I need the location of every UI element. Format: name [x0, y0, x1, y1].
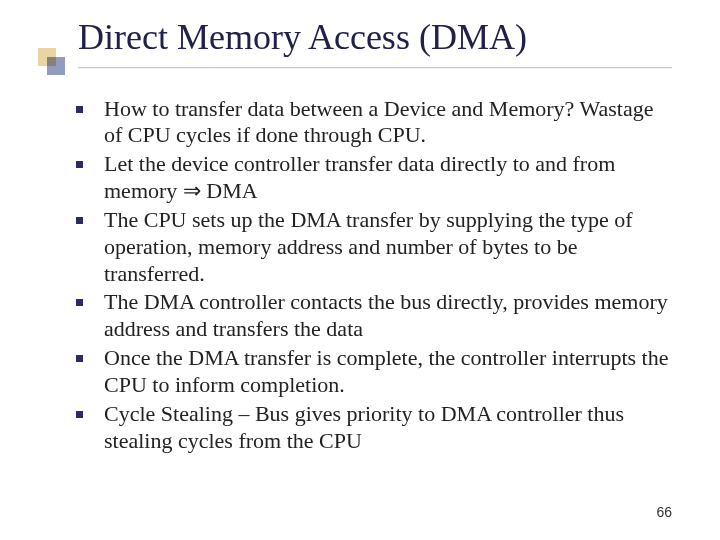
title-underline	[78, 66, 672, 68]
bullet-text: Cycle Stealing – Bus gives priority to D…	[104, 401, 624, 453]
title-decoration	[38, 48, 68, 78]
slide-title: Direct Memory Access (DMA)	[78, 18, 672, 58]
list-item: Let the device controller transfer data …	[70, 151, 672, 205]
bullet-text: How to transfer data between a Device an…	[104, 96, 653, 148]
slide: Direct Memory Access (DMA) How to transf…	[0, 0, 720, 540]
list-item: The DMA controller contacts the bus dire…	[70, 289, 672, 343]
page-number: 66	[656, 504, 672, 520]
title-block: Direct Memory Access (DMA)	[48, 18, 672, 68]
bullet-list: How to transfer data between a Device an…	[70, 96, 672, 455]
list-item: How to transfer data between a Device an…	[70, 96, 672, 150]
bullet-text: Once the DMA transfer is complete, the c…	[104, 345, 669, 397]
list-item: The CPU sets up the DMA transfer by supp…	[70, 207, 672, 287]
list-item: Cycle Stealing – Bus gives priority to D…	[70, 401, 672, 455]
list-item: Once the DMA transfer is complete, the c…	[70, 345, 672, 399]
bullet-text: The CPU sets up the DMA transfer by supp…	[104, 207, 633, 286]
bullet-text: Let the device controller transfer data …	[104, 151, 615, 203]
bullet-text: The DMA controller contacts the bus dire…	[104, 289, 668, 341]
square-blue-icon	[47, 57, 65, 75]
